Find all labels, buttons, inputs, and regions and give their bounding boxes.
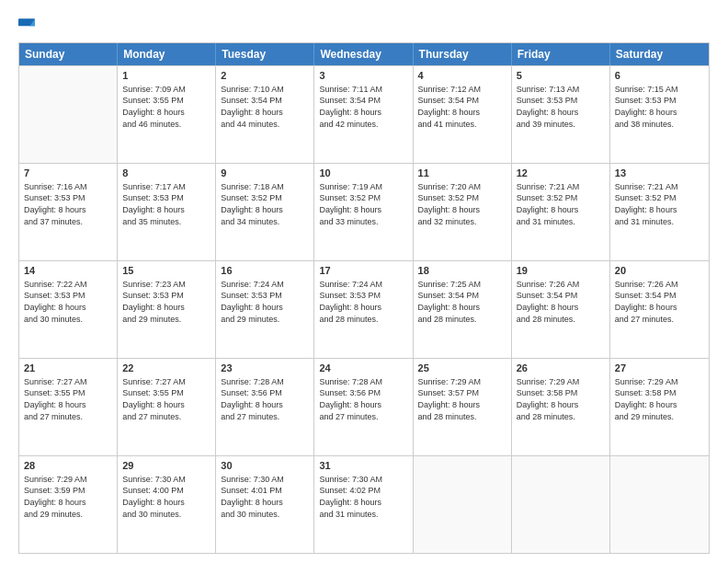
logo [18,17,37,33]
week-row-4: 21Sunrise: 7:27 AM Sunset: 3:55 PM Dayli… [19,358,709,455]
day-info: Sunrise: 7:24 AM Sunset: 3:53 PM Dayligh… [319,279,407,325]
day-cell-2: 2Sunrise: 7:10 AM Sunset: 3:54 PM Daylig… [216,66,314,163]
day-info: Sunrise: 7:25 AM Sunset: 3:54 PM Dayligh… [418,279,506,325]
day-number: 24 [319,362,407,375]
day-number: 17 [319,264,407,278]
day-info: Sunrise: 7:24 AM Sunset: 3:53 PM Dayligh… [221,279,309,325]
day-number: 8 [122,167,210,180]
day-cell-8: 8Sunrise: 7:17 AM Sunset: 3:53 PM Daylig… [118,164,216,260]
day-info: Sunrise: 7:15 AM Sunset: 3:53 PM Dayligh… [615,84,704,130]
day-cell-12: 12Sunrise: 7:21 AM Sunset: 3:52 PM Dayli… [512,164,610,260]
day-info: Sunrise: 7:21 AM Sunset: 3:52 PM Dayligh… [517,181,605,227]
day-cell-15: 15Sunrise: 7:23 AM Sunset: 3:53 PM Dayli… [118,261,216,358]
day-info: Sunrise: 7:17 AM Sunset: 3:53 PM Dayligh… [122,181,210,227]
day-header-sunday: Sunday [19,43,118,65]
day-number: 25 [418,362,506,375]
day-number: 7 [24,167,112,180]
day-header-wednesday: Wednesday [314,43,413,65]
day-cell-27: 27Sunrise: 7:29 AM Sunset: 3:58 PM Dayli… [610,359,709,455]
day-cell-21: 21Sunrise: 7:27 AM Sunset: 3:55 PM Dayli… [19,359,118,455]
week-row-3: 14Sunrise: 7:22 AM Sunset: 3:53 PM Dayli… [19,260,709,358]
empty-cell [610,456,709,553]
day-number: 11 [418,167,506,180]
day-info: Sunrise: 7:27 AM Sunset: 3:55 PM Dayligh… [122,376,210,422]
day-cell-9: 9Sunrise: 7:18 AM Sunset: 3:52 PM Daylig… [216,164,314,260]
week-row-1: 1Sunrise: 7:09 AM Sunset: 3:55 PM Daylig… [19,65,709,163]
day-info: Sunrise: 7:29 AM Sunset: 3:59 PM Dayligh… [24,474,112,520]
day-cell-4: 4Sunrise: 7:12 AM Sunset: 3:54 PM Daylig… [414,66,512,163]
day-info: Sunrise: 7:11 AM Sunset: 3:54 PM Dayligh… [319,84,407,130]
day-cell-23: 23Sunrise: 7:28 AM Sunset: 3:56 PM Dayli… [216,359,314,455]
day-cell-19: 19Sunrise: 7:26 AM Sunset: 3:54 PM Dayli… [512,261,610,358]
empty-cell [512,456,610,553]
day-number: 4 [418,69,506,83]
day-cell-29: 29Sunrise: 7:30 AM Sunset: 4:00 PM Dayli… [118,456,216,553]
day-number: 30 [221,459,309,473]
day-info: Sunrise: 7:30 AM Sunset: 4:01 PM Dayligh… [221,474,309,520]
day-cell-10: 10Sunrise: 7:19 AM Sunset: 3:52 PM Dayli… [314,164,413,260]
day-cell-28: 28Sunrise: 7:29 AM Sunset: 3:59 PM Dayli… [19,456,118,553]
day-cell-13: 13Sunrise: 7:21 AM Sunset: 3:52 PM Dayli… [610,164,709,260]
day-number: 18 [418,264,506,278]
day-number: 14 [24,264,112,278]
empty-cell [414,456,512,553]
day-cell-18: 18Sunrise: 7:25 AM Sunset: 3:54 PM Dayli… [414,261,512,358]
day-cell-16: 16Sunrise: 7:24 AM Sunset: 3:53 PM Dayli… [216,261,314,358]
day-number: 29 [122,459,210,473]
calendar-body: 1Sunrise: 7:09 AM Sunset: 3:55 PM Daylig… [19,65,709,553]
day-header-thursday: Thursday [414,43,512,65]
day-cell-31: 31Sunrise: 7:30 AM Sunset: 4:02 PM Dayli… [314,456,413,553]
day-number: 20 [615,264,704,278]
day-info: Sunrise: 7:23 AM Sunset: 3:53 PM Dayligh… [122,279,210,325]
day-number: 15 [122,264,210,278]
day-cell-26: 26Sunrise: 7:29 AM Sunset: 3:58 PM Dayli… [512,359,610,455]
day-info: Sunrise: 7:27 AM Sunset: 3:55 PM Dayligh… [24,376,112,422]
day-info: Sunrise: 7:30 AM Sunset: 4:00 PM Dayligh… [122,474,210,520]
day-number: 28 [24,459,112,473]
day-cell-3: 3Sunrise: 7:11 AM Sunset: 3:54 PM Daylig… [314,66,413,163]
day-info: Sunrise: 7:21 AM Sunset: 3:52 PM Dayligh… [615,181,704,227]
page: SundayMondayTuesdayWednesdayThursdayFrid… [0,0,728,563]
day-info: Sunrise: 7:18 AM Sunset: 3:52 PM Dayligh… [221,181,309,227]
day-header-saturday: Saturday [610,43,709,65]
day-header-friday: Friday [512,43,610,65]
day-info: Sunrise: 7:28 AM Sunset: 3:56 PM Dayligh… [221,376,309,422]
day-info: Sunrise: 7:13 AM Sunset: 3:53 PM Dayligh… [517,84,605,130]
day-number: 16 [221,264,309,278]
day-number: 19 [517,264,605,278]
day-cell-5: 5Sunrise: 7:13 AM Sunset: 3:53 PM Daylig… [512,66,610,163]
day-info: Sunrise: 7:29 AM Sunset: 3:57 PM Dayligh… [418,376,506,422]
day-cell-30: 30Sunrise: 7:30 AM Sunset: 4:01 PM Dayli… [216,456,314,553]
day-info: Sunrise: 7:12 AM Sunset: 3:54 PM Dayligh… [418,84,506,130]
day-number: 23 [221,362,309,375]
day-info: Sunrise: 7:20 AM Sunset: 3:52 PM Dayligh… [418,181,506,227]
day-cell-20: 20Sunrise: 7:26 AM Sunset: 3:54 PM Dayli… [610,261,709,358]
header [18,17,710,33]
calendar-header: SundayMondayTuesdayWednesdayThursdayFrid… [19,43,709,65]
empty-cell [19,66,118,163]
day-cell-25: 25Sunrise: 7:29 AM Sunset: 3:57 PM Dayli… [414,359,512,455]
day-number: 13 [615,167,704,180]
day-number: 3 [319,69,407,83]
day-number: 6 [615,69,704,83]
day-number: 12 [517,167,605,180]
day-info: Sunrise: 7:09 AM Sunset: 3:55 PM Dayligh… [122,84,210,130]
day-info: Sunrise: 7:29 AM Sunset: 3:58 PM Dayligh… [615,376,704,422]
calendar: SundayMondayTuesdayWednesdayThursdayFrid… [18,42,710,554]
day-number: 5 [517,69,605,83]
day-info: Sunrise: 7:10 AM Sunset: 3:54 PM Dayligh… [221,84,309,130]
day-cell-6: 6Sunrise: 7:15 AM Sunset: 3:53 PM Daylig… [610,66,709,163]
day-number: 26 [517,362,605,375]
day-number: 9 [221,167,309,180]
day-cell-11: 11Sunrise: 7:20 AM Sunset: 3:52 PM Dayli… [414,164,512,260]
day-cell-14: 14Sunrise: 7:22 AM Sunset: 3:53 PM Dayli… [19,261,118,358]
day-number: 10 [319,167,407,180]
day-header-tuesday: Tuesday [216,43,314,65]
day-cell-22: 22Sunrise: 7:27 AM Sunset: 3:55 PM Dayli… [118,359,216,455]
day-cell-7: 7Sunrise: 7:16 AM Sunset: 3:53 PM Daylig… [19,164,118,260]
day-number: 1 [122,69,210,83]
day-cell-1: 1Sunrise: 7:09 AM Sunset: 3:55 PM Daylig… [118,66,216,163]
day-info: Sunrise: 7:29 AM Sunset: 3:58 PM Dayligh… [517,376,605,422]
day-number: 2 [221,69,309,83]
day-info: Sunrise: 7:26 AM Sunset: 3:54 PM Dayligh… [517,279,605,325]
